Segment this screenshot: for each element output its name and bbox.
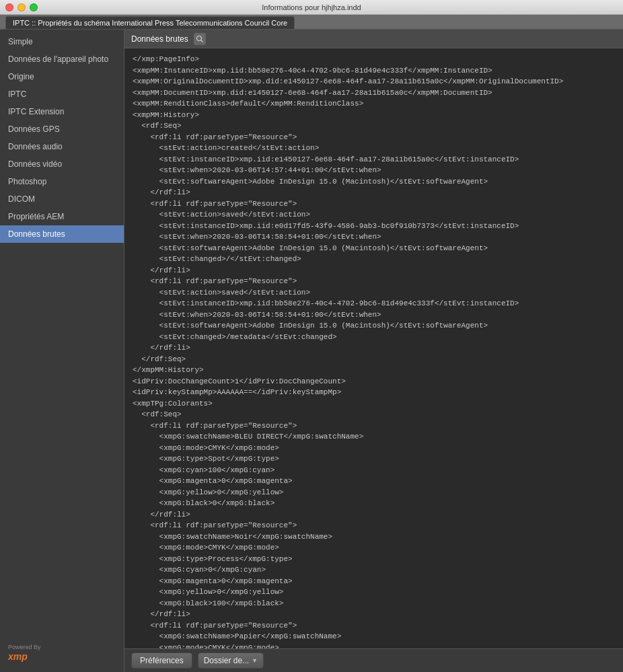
dossier-dropdown[interactable]: Dossier de... ▼ — [198, 652, 264, 669]
search-button[interactable] — [194, 33, 206, 45]
main-container: Simple Données de l'appareil photo Origi… — [0, 30, 623, 672]
window-title: Informations pour hjhjhza.indd — [262, 3, 361, 11]
content-header: Données brutes — [124, 30, 623, 48]
titlebar: Informations pour hjhjhza.indd — [0, 0, 623, 15]
sidebar-item-raw-data[interactable]: Données brutes — [0, 225, 124, 243]
sidebar-item-simple[interactable]: Simple — [0, 33, 124, 50]
powered-by-label: Powered By — [8, 644, 41, 651]
sidebar-item-video[interactable]: Données vidéo — [0, 155, 124, 173]
sidebar-item-iptc-extension[interactable]: IPTC Extension — [0, 103, 124, 120]
svg-line-1 — [200, 40, 203, 42]
tabbar: IPTC :: Propriétés du schéma Internation… — [0, 15, 623, 30]
traffic-lights — [5, 3, 38, 11]
sidebar-item-photoshop[interactable]: Photoshop — [0, 173, 124, 190]
chevron-down-icon: ▼ — [252, 657, 258, 664]
sidebar: Simple Données de l'appareil photo Origi… — [0, 30, 124, 672]
sidebar-item-origin[interactable]: Origine — [0, 68, 124, 85]
svg-point-0 — [196, 36, 201, 40]
maximize-button[interactable] — [30, 3, 38, 11]
xml-content[interactable]: </xmp:PageInfo> <xmpMM:InstanceID>xmp.ii… — [124, 48, 623, 648]
sidebar-footer: Powered By xmp — [0, 637, 124, 669]
content-area: Données brutes </xmp:PageInfo> <xmpMM:In… — [124, 30, 623, 672]
xmp-logo: xmp — [8, 651, 41, 662]
sidebar-item-iptc[interactable]: IPTC — [0, 85, 124, 103]
sidebar-items: Simple Données de l'appareil photo Origi… — [0, 33, 124, 243]
sidebar-item-aem[interactable]: Propriétés AEM — [0, 208, 124, 225]
sidebar-item-audio[interactable]: Données audio — [0, 138, 124, 155]
search-icon — [196, 35, 204, 43]
bottom-bar: Préférences Dossier de... ▼ — [124, 648, 623, 672]
preferences-button[interactable]: Préférences — [131, 652, 192, 669]
sidebar-item-dicom[interactable]: DICOM — [0, 190, 124, 208]
powered-by-container: Powered By xmp — [8, 644, 41, 662]
minimize-button[interactable] — [17, 3, 26, 11]
content-title: Données brutes — [131, 34, 188, 44]
close-button[interactable] — [5, 3, 13, 11]
sidebar-item-gps[interactable]: Données GPS — [0, 120, 124, 138]
sidebar-item-device-data[interactable]: Données de l'appareil photo — [0, 50, 124, 68]
dossier-label: Dossier de... — [204, 656, 249, 665]
active-tab[interactable]: IPTC :: Propriétés du schéma Internation… — [5, 16, 295, 29]
